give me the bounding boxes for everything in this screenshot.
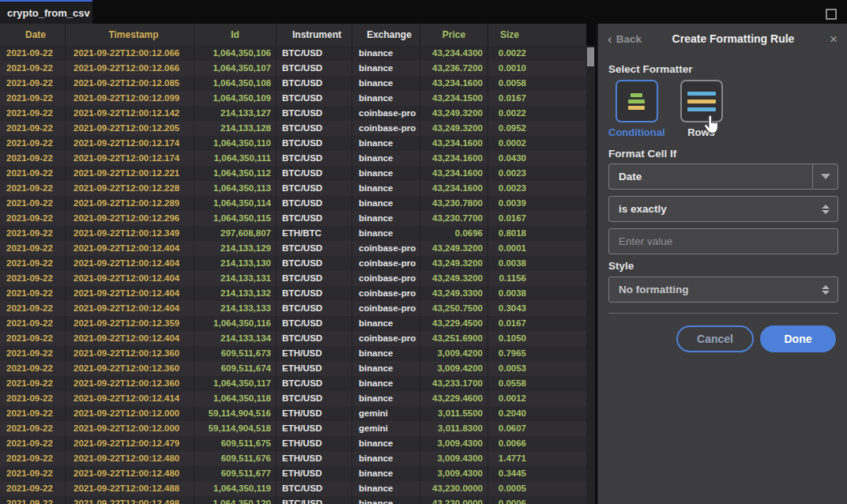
value-input[interactable] (609, 229, 838, 254)
table-row[interactable]: 2021-09-22 2021-09-22T12:00:12.085 1,064… (0, 76, 586, 91)
table-row[interactable]: 2021-09-22 2021-09-22T12:00:12.099 1,064… (0, 91, 586, 106)
cell-size: 0.0066 (488, 436, 531, 451)
formatter-options: Conditional Rows (608, 80, 723, 138)
cell-exchange: coinbase-pro (352, 121, 420, 136)
table-row[interactable]: 2021-09-22 2021-09-22T12:00:12.000 59,11… (0, 421, 586, 436)
cell-size: 0.0023 (488, 166, 531, 181)
table-row[interactable]: 2021-09-22 2021-09-22T12:00:12.000 59,11… (0, 406, 586, 421)
rows-formatter-icon (680, 80, 723, 122)
table-row[interactable]: 2021-09-22 2021-09-22T12:00:12.205 214,1… (0, 121, 586, 136)
cell-timestamp: 2021-09-22T12:00:12.404 (66, 286, 194, 301)
operator-dropdown[interactable]: is exactly (608, 196, 838, 222)
vertical-scrollbar[interactable] (586, 46, 595, 504)
cell-instrument: ETH/USD (277, 451, 352, 466)
cell-exchange: binance (352, 181, 420, 196)
table-row[interactable]: 2021-09-22 2021-09-22T12:00:12.360 609,5… (0, 346, 586, 361)
table-row[interactable]: 2021-09-22 2021-09-22T12:00:12.488 1,064… (0, 481, 586, 496)
cell-id: 214,133,130 (194, 256, 277, 271)
table-row[interactable]: 2021-09-22 2021-09-22T12:00:12.174 1,064… (0, 136, 586, 151)
table-row[interactable]: 2021-09-22 2021-09-22T12:00:12.359 1,064… (0, 316, 586, 331)
table-row[interactable]: 2021-09-22 2021-09-22T12:00:12.404 214,1… (0, 286, 586, 301)
table-row[interactable]: 2021-09-22 2021-09-22T12:00:12.404 214,1… (0, 256, 586, 271)
done-button[interactable]: Done (760, 325, 836, 352)
formatter-option-conditional[interactable]: Conditional (608, 80, 665, 138)
cell-size: 0.0022 (488, 46, 531, 61)
table-row[interactable]: 2021-09-22 2021-09-22T12:00:12.404 214,1… (0, 331, 586, 346)
cell-instrument: ETH/BTC (277, 226, 352, 241)
table-row[interactable]: 2021-09-22 2021-09-22T12:00:12.228 1,064… (0, 181, 586, 196)
column-header-price[interactable]: Price (420, 24, 488, 46)
data-grid: Date Timestamp Id Instrument Exchange Pr… (0, 24, 586, 504)
close-icon[interactable]: × (830, 32, 838, 46)
table-row[interactable]: 2021-09-22 2021-09-22T12:00:12.404 214,1… (0, 241, 586, 256)
cell-instrument: BTC/USD (277, 121, 352, 136)
cell-exchange: binance (352, 451, 420, 466)
cell-timestamp: 2021-09-22T12:00:12.085 (66, 76, 194, 91)
panel-divider (608, 313, 838, 314)
tab-crypto-from-csv[interactable]: crypto_from_csv (0, 0, 92, 24)
cell-exchange: gemini (352, 421, 420, 436)
table-row[interactable]: 2021-09-22 2021-09-22T12:00:12.174 1,064… (0, 151, 586, 166)
column-header-instrument[interactable]: Instrument (277, 24, 352, 46)
style-dropdown[interactable]: No formatting (608, 276, 838, 303)
formatter-option-rows[interactable]: Rows (680, 80, 723, 138)
cell-instrument: ETH/USD (277, 361, 352, 376)
cell-exchange: binance (352, 346, 420, 361)
cell-id: 609,511,673 (194, 346, 277, 361)
bar-yellow-wide (628, 106, 645, 110)
column-header-date[interactable]: Date (0, 24, 66, 46)
table-row[interactable]: 2021-09-22 2021-09-22T12:00:12.498 1,064… (0, 496, 586, 504)
table-row[interactable]: 2021-09-22 2021-09-22T12:00:12.066 1,064… (0, 46, 586, 61)
cell-size: 0.0607 (488, 421, 531, 436)
cell-price: 0.0696 (420, 226, 488, 241)
table-row[interactable]: 2021-09-22 2021-09-22T12:00:12.289 1,064… (0, 196, 586, 211)
chevron-down-icon (821, 174, 830, 179)
app-window: crypto_from_csv Date Timestamp Id Instru… (0, 0, 847, 504)
cell-price: 3,009.4300 (420, 436, 488, 451)
cell-date: 2021-09-22 (0, 136, 66, 151)
table-row[interactable]: 2021-09-22 2021-09-22T12:00:12.349 297,6… (0, 226, 586, 241)
cell-exchange: binance (352, 76, 420, 91)
cell-exchange: binance (352, 91, 420, 106)
table-row[interactable]: 2021-09-22 2021-09-22T12:00:12.296 1,064… (0, 211, 586, 226)
scrollbar-thumb[interactable] (587, 47, 594, 66)
cell-price: 43,234.1600 (420, 76, 488, 91)
table-row[interactable]: 2021-09-22 2021-09-22T12:00:12.404 214,1… (0, 301, 586, 316)
table-row[interactable]: 2021-09-22 2021-09-22T12:00:12.480 609,5… (0, 451, 586, 466)
cell-date: 2021-09-22 (0, 466, 66, 481)
column-dropdown[interactable]: Date (608, 164, 838, 190)
cell-date: 2021-09-22 (0, 211, 66, 226)
cell-id: 59,114,904,516 (194, 406, 277, 421)
cancel-button[interactable]: Cancel (676, 325, 754, 352)
table-row[interactable]: 2021-09-22 2021-09-22T12:00:12.066 1,064… (0, 61, 586, 76)
cell-id: 1,064,350,112 (194, 166, 277, 181)
column-header-id[interactable]: Id (194, 24, 277, 46)
table-row[interactable]: 2021-09-22 2021-09-22T12:00:12.221 1,064… (0, 166, 586, 181)
cell-price: 43,250.7500 (420, 301, 488, 316)
table-body: 2021-09-22 2021-09-22T12:00:12.066 1,064… (0, 46, 586, 504)
table-row[interactable]: 2021-09-22 2021-09-22T12:00:12.142 214,1… (0, 106, 586, 121)
table-row[interactable]: 2021-09-22 2021-09-22T12:00:12.480 609,5… (0, 466, 586, 481)
table-row[interactable]: 2021-09-22 2021-09-22T12:00:12.414 1,064… (0, 391, 586, 406)
conditional-formatter-icon (615, 80, 658, 122)
cell-date: 2021-09-22 (0, 256, 66, 271)
table-row[interactable]: 2021-09-22 2021-09-22T12:00:12.360 609,5… (0, 361, 586, 376)
column-header-timestamp[interactable]: Timestamp (66, 24, 194, 46)
cell-id: 1,064,350,117 (194, 376, 277, 391)
table-row[interactable]: 2021-09-22 2021-09-22T12:00:12.404 214,1… (0, 271, 586, 286)
column-header-size[interactable]: Size (488, 24, 531, 46)
cell-id: 1,064,350,110 (194, 136, 277, 151)
cell-date: 2021-09-22 (0, 181, 66, 196)
cell-size: 0.0001 (488, 241, 531, 256)
maximize-button[interactable] (824, 7, 838, 21)
bar-blue-top (687, 92, 716, 96)
column-header-exchange[interactable]: Exchange (352, 24, 420, 46)
table-row[interactable]: 2021-09-22 2021-09-22T12:00:12.360 1,064… (0, 376, 586, 391)
back-button[interactable]: ‹ Back (608, 33, 642, 45)
cell-instrument: BTC/USD (277, 271, 352, 286)
value-field (608, 228, 838, 254)
table-row[interactable]: 2021-09-22 2021-09-22T12:00:12.479 609,5… (0, 436, 586, 451)
cell-date: 2021-09-22 (0, 196, 66, 211)
cell-exchange: binance (352, 361, 420, 376)
cell-instrument: BTC/USD (277, 46, 352, 61)
